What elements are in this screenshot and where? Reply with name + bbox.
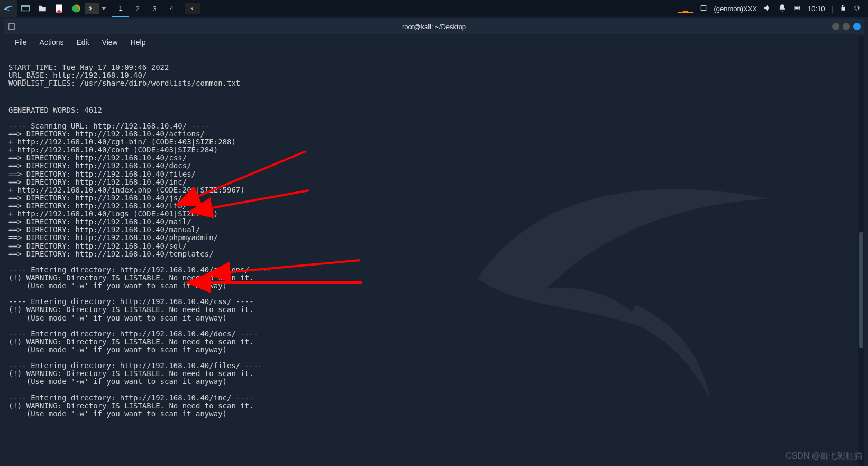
terminal-launcher-icon[interactable]: $_: [85, 3, 99, 14]
notifications-icon[interactable]: [778, 4, 787, 14]
svg-rect-9: [795, 7, 799, 9]
terminal-dropdown-icon[interactable]: [99, 0, 108, 17]
terminal-window: root@kali: ~/Desktop File Actions Edit V…: [4, 19, 864, 466]
workspace-2[interactable]: 2: [129, 0, 146, 17]
terminal-output: START_TIME: Tue May 17 10:09:46 2022URL_…: [8, 56, 860, 418]
window-minimize-button[interactable]: [832, 23, 839, 30]
menu-view[interactable]: View: [97, 36, 123, 49]
scrollbar-thumb[interactable]: [859, 232, 863, 348]
workspace-4[interactable]: 4: [163, 0, 180, 17]
workspace-3[interactable]: 3: [146, 0, 163, 17]
firefox-icon[interactable]: [68, 0, 85, 17]
scrollbar-track[interactable]: [858, 36, 864, 466]
svg-rect-1: [22, 5, 30, 7]
battery-icon[interactable]: [793, 4, 801, 14]
svg-text:$_: $_: [190, 6, 196, 11]
taskbar: $_ 1 2 3 4 $_ ▁▂▁ (genmon)XXX 10:10 |: [0, 0, 868, 17]
cpu-graph-icon: ▁▂▁: [678, 5, 693, 13]
menu-edit[interactable]: Edit: [71, 36, 94, 49]
svg-rect-6: [701, 5, 706, 10]
svg-rect-8: [799, 7, 800, 8]
terminal-body[interactable]: START_TIME: Tue May 17 10:09:46 2022URL_…: [4, 51, 864, 466]
terminal-menubar: File Actions Edit View Help: [4, 34, 864, 51]
window-close-button[interactable]: [853, 23, 861, 30]
kali-menu-icon[interactable]: [0, 0, 17, 17]
running-app-terminal-icon[interactable]: $_: [185, 3, 200, 14]
lock-icon[interactable]: [839, 4, 847, 13]
window-maximize-button[interactable]: [843, 23, 850, 30]
menu-actions[interactable]: Actions: [34, 36, 69, 49]
record-icon[interactable]: [700, 4, 707, 13]
files-icon[interactable]: [34, 0, 51, 17]
menu-file[interactable]: File: [10, 36, 32, 49]
window-titlebar[interactable]: root@kali: ~/Desktop: [4, 19, 864, 34]
genmon-label: (genmon)XXX: [714, 5, 757, 13]
show-desktop-icon[interactable]: [17, 0, 34, 17]
window-title: root@kali: ~/Desktop: [4, 23, 864, 31]
svg-text:$_: $_: [89, 6, 95, 11]
clock[interactable]: 10:10: [808, 5, 825, 13]
menu-help[interactable]: Help: [125, 36, 151, 49]
workspace-1[interactable]: 1: [112, 0, 129, 17]
power-icon[interactable]: [853, 4, 861, 13]
text-editor-icon[interactable]: [51, 0, 68, 17]
separator-line: [8, 54, 77, 54]
volume-icon[interactable]: [763, 4, 772, 14]
